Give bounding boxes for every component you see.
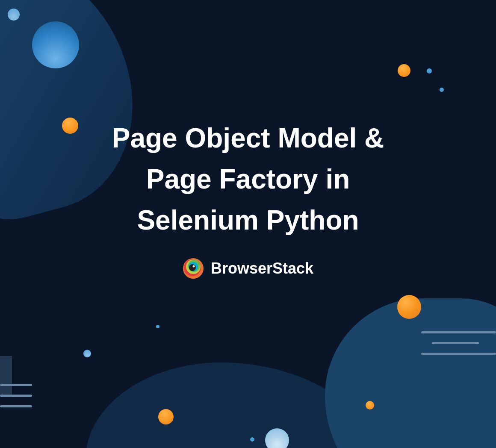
main-content: Page Object Model & Page Factory in Sele… <box>0 0 496 448</box>
svg-point-5 <box>189 264 196 271</box>
page-title: Page Object Model & Page Factory in Sele… <box>112 118 384 241</box>
brand-name: BrowserStack <box>211 259 313 277</box>
browserstack-logo-icon <box>183 258 204 279</box>
title-line-2: Page Factory in <box>146 164 350 195</box>
title-line-3: Selenium Python <box>137 205 359 236</box>
title-line-1: Page Object Model & <box>112 123 384 153</box>
brand-container: BrowserStack <box>183 258 313 279</box>
svg-point-6 <box>192 265 195 268</box>
